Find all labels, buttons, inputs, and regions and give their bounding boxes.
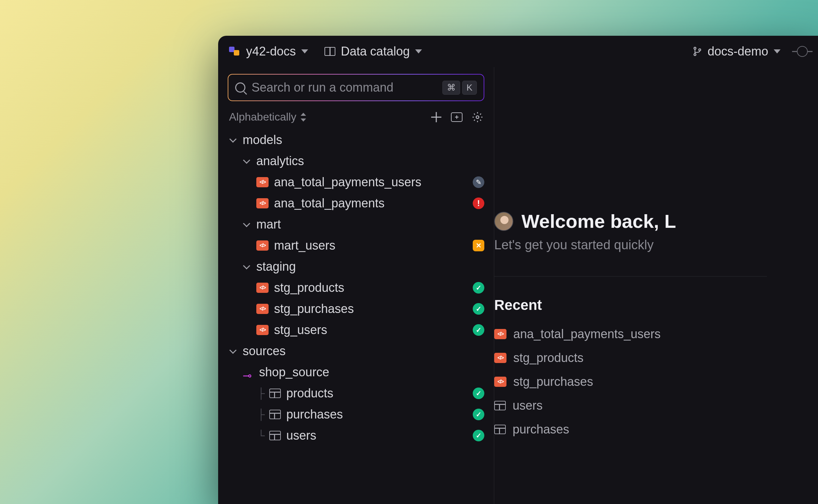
- search-icon: [235, 82, 245, 93]
- chevron-down-icon: [301, 49, 308, 53]
- view-name: Data catalog: [341, 44, 410, 59]
- success-status-icon: [473, 303, 484, 315]
- tree-item[interactable]: ├ products: [224, 383, 488, 404]
- file-tree: models analytics ana_total_payments_user…: [218, 129, 494, 446]
- success-status-icon: [473, 409, 484, 420]
- tree-folder-staging[interactable]: staging: [224, 256, 488, 277]
- success-status-icon: [473, 388, 484, 399]
- branch-name: docs-demo: [708, 44, 768, 59]
- tree-item[interactable]: stg_products: [224, 277, 488, 298]
- tree-item[interactable]: stg_users: [224, 319, 488, 341]
- model-icon: [256, 325, 269, 335]
- tree-connector: ├: [256, 409, 266, 420]
- welcome-subtitle: Let's get you started quickly: [494, 238, 818, 252]
- chevron-down-icon: [243, 263, 251, 271]
- recent-item[interactable]: ana_total_payments_users: [494, 327, 818, 341]
- tree-connector: ├: [256, 388, 266, 399]
- chevron-down-icon: [774, 49, 781, 53]
- recent-heading: Recent: [494, 297, 818, 313]
- branch-selector[interactable]: docs-demo: [693, 44, 781, 59]
- main-area: Search or run a command ⌘ K Alphabetical…: [218, 67, 818, 504]
- model-icon: [494, 329, 506, 339]
- model-icon: [494, 353, 506, 363]
- tree-item[interactable]: ana_total_payments_users: [224, 172, 488, 193]
- search-placeholder: Search or run a command: [252, 80, 436, 95]
- search-shortcut: ⌘ K: [442, 81, 477, 95]
- tree-item[interactable]: stg_purchases: [224, 298, 488, 319]
- tree-folder-mart[interactable]: mart: [224, 214, 488, 235]
- svg-point-0: [694, 47, 696, 49]
- svg-point-1: [694, 53, 696, 56]
- model-icon: [256, 177, 269, 187]
- tree-connector: └: [256, 430, 266, 441]
- recent-item[interactable]: purchases: [494, 422, 818, 437]
- recent-item[interactable]: stg_products: [494, 351, 818, 365]
- svg-point-2: [699, 49, 701, 51]
- svg-point-3: [476, 116, 479, 119]
- content-area: Welcome back, L Let's get you started qu…: [494, 67, 818, 504]
- model-icon: [494, 377, 506, 387]
- settings-button[interactable]: [472, 112, 483, 123]
- search-box[interactable]: Search or run a command ⌘ K: [228, 74, 484, 101]
- add-button[interactable]: [431, 112, 441, 122]
- add-folder-button[interactable]: [451, 112, 463, 122]
- success-status-icon: [473, 430, 484, 441]
- table-icon: [269, 431, 281, 440]
- success-status-icon: [473, 324, 484, 336]
- tree-item[interactable]: mart_users: [224, 235, 488, 256]
- tree-item[interactable]: ana_total_payments: [224, 193, 488, 214]
- workspace-name: y42-docs: [246, 44, 296, 59]
- logo-icon: [228, 45, 241, 58]
- chevron-down-icon: [229, 347, 237, 355]
- recent-list: ana_total_payments_users stg_products st…: [494, 327, 818, 437]
- model-icon: [256, 283, 269, 293]
- tree-item[interactable]: └ users: [224, 425, 488, 446]
- tree-folder-analytics[interactable]: analytics: [224, 151, 488, 172]
- divider: [494, 276, 767, 277]
- error-status-icon: [473, 198, 484, 209]
- book-icon: [324, 47, 335, 56]
- welcome-title: Welcome back, L: [521, 210, 676, 232]
- edit-status-icon: [473, 176, 484, 188]
- source-icon: [243, 368, 254, 376]
- chevron-down-icon: [229, 136, 237, 144]
- table-icon: [269, 410, 281, 419]
- branch-section: docs-demo: [693, 44, 808, 59]
- model-icon: [256, 198, 269, 208]
- tree-folder-shop-source[interactable]: shop_source: [224, 362, 488, 383]
- avatar: [494, 212, 513, 231]
- view-selector[interactable]: Data catalog: [324, 44, 422, 59]
- model-icon: [256, 240, 269, 251]
- workspace-selector[interactable]: y42-docs: [228, 44, 308, 59]
- model-icon: [256, 304, 269, 314]
- recent-item[interactable]: users: [494, 398, 818, 413]
- branch-icon: [693, 46, 702, 57]
- sort-row: Alphabetically: [218, 111, 494, 123]
- chevron-down-icon: [243, 220, 251, 229]
- warning-status-icon: [473, 240, 484, 251]
- success-status-icon: [473, 282, 484, 294]
- commit-icon[interactable]: [797, 46, 808, 57]
- app-window: y42-docs Data catalog docs-demo: [218, 36, 818, 504]
- tree-item[interactable]: ├ purchases: [224, 404, 488, 425]
- welcome-header: Welcome back, L: [494, 210, 818, 232]
- sort-icon: [300, 113, 307, 122]
- sidebar: Search or run a command ⌘ K Alphabetical…: [218, 67, 494, 504]
- recent-item[interactable]: stg_purchases: [494, 375, 818, 389]
- tree-folder-sources[interactable]: sources: [224, 341, 488, 362]
- table-icon: [494, 401, 506, 410]
- table-icon: [494, 425, 506, 434]
- sort-selector[interactable]: Alphabetically: [229, 111, 307, 123]
- chevron-down-icon: [243, 157, 251, 165]
- chevron-down-icon: [415, 49, 422, 53]
- tree-folder-models[interactable]: models: [224, 129, 488, 151]
- top-bar: y42-docs Data catalog docs-demo: [218, 36, 818, 67]
- table-icon: [269, 389, 281, 398]
